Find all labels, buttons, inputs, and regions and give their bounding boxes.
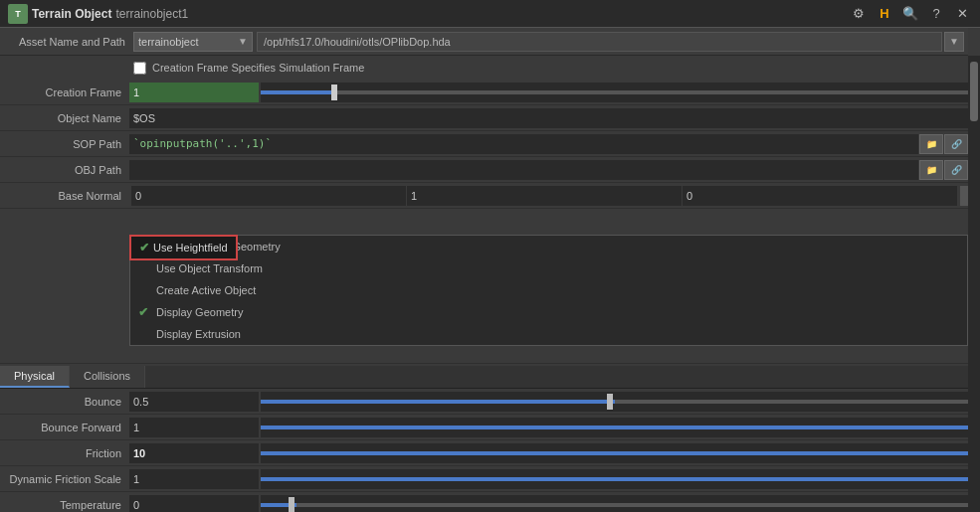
obj-path-label: OBJ Path <box>0 164 129 176</box>
base-normal-label: Base Normal <box>0 190 129 202</box>
friction-label: Friction <box>0 447 129 459</box>
asset-path-display: /opt/hfs17.0/houdini/otls/OPlibDop.hda <box>257 32 942 52</box>
temperature-slider[interactable] <box>261 495 968 513</box>
app-title: Terrain Object <box>32 7 111 21</box>
dynamic-friction-scale-label: Dynamic Friction Scale <box>0 473 129 485</box>
creation-frame-checkbox-label[interactable]: Creation Frame Specifies Simulation Fram… <box>152 62 364 74</box>
tab-physical[interactable]: Physical <box>0 366 70 388</box>
dynamic-friction-scale-slider[interactable] <box>261 469 968 489</box>
use-heightfield-check: ✔ <box>139 241 149 255</box>
tab-collisions[interactable]: Collisions <box>70 366 145 388</box>
title-icon-area: T Terrain Object terrainobject1 <box>8 4 188 24</box>
dropdown-area: ✔ Use Heightfield Use Deforming Geometry… <box>0 235 968 364</box>
base-normal-x[interactable]: 0 <box>131 186 407 206</box>
chevron-down-icon: ▼ <box>238 36 248 47</box>
asset-label: Asset Name and Path <box>4 36 133 48</box>
bounce-forward-input[interactable] <box>129 418 259 437</box>
sop-path-link-btn[interactable]: 🔗 <box>944 134 968 154</box>
base-normal-z[interactable]: 0 <box>683 186 958 206</box>
right-scrollbar[interactable] <box>968 56 980 512</box>
title-icon-buttons: ⚙ H 🔍 ? ✕ <box>849 4 972 24</box>
friction-input[interactable] <box>129 443 259 463</box>
obj-path-row: OBJ Path 📁 🔗 <box>0 157 968 183</box>
asset-dropdown[interactable]: terrainobject ▼ <box>133 32 253 52</box>
dynamic-friction-scale-row: Dynamic Friction Scale <box>0 466 968 492</box>
friction-slider[interactable] <box>261 443 968 463</box>
creation-frame-label: Creation Frame <box>0 86 129 98</box>
bounce-forward-row: Bounce Forward <box>0 415 968 440</box>
display-geometry-label: Display Geometry <box>156 306 243 318</box>
main-wrapper: Asset Name and Path terrainobject ▼ /opt… <box>0 28 980 512</box>
bounce-label: Bounce <box>0 396 129 408</box>
bounce-forward-slider[interactable] <box>261 418 968 437</box>
asset-name-path-row: Asset Name and Path terrainobject ▼ /opt… <box>0 28 968 56</box>
base-normal-triple: 0 1 0 <box>131 186 958 206</box>
asset-dropdown-value: terrainobject <box>138 36 238 48</box>
display-extrusion-label: Display Extrusion <box>156 328 241 340</box>
temperature-label: Temperature <box>0 499 129 511</box>
help-h-icon[interactable]: H <box>875 4 894 24</box>
dropdown-menu-list: Use Deforming Geometry Use Object Transf… <box>129 235 968 346</box>
object-name-row: Object Name <box>0 105 968 131</box>
title-bar: T Terrain Object terrainobject1 ⚙ H 🔍 ? … <box>0 0 980 28</box>
sop-path-folder-btn[interactable]: 📁 <box>919 134 943 154</box>
use-heightfield-label: Use Heightfield <box>153 242 228 254</box>
use-heightfield-item[interactable]: ✔ Use Heightfield <box>129 235 238 260</box>
sop-path-input[interactable] <box>129 134 918 154</box>
bounce-row: Bounce <box>0 389 968 415</box>
use-object-transform-item[interactable]: Use Object Transform <box>130 257 967 279</box>
obj-path-input[interactable] <box>129 160 918 180</box>
temperature-row: Temperature <box>0 492 968 512</box>
asset-expand-icon[interactable]: ▼ <box>944 32 964 52</box>
dynamic-friction-scale-input[interactable] <box>129 469 259 489</box>
terrain-icon: T <box>8 4 28 24</box>
app-subtitle: terrainobject1 <box>115 7 188 21</box>
base-normal-y[interactable]: 1 <box>407 186 683 206</box>
sop-path-label: SOP Path <box>0 138 129 150</box>
create-active-item[interactable]: Create Active Object <box>130 279 967 301</box>
content-area: Asset Name and Path terrainobject ▼ /opt… <box>0 28 968 512</box>
gear-icon[interactable]: ⚙ <box>849 4 869 24</box>
scrollbar-thumb[interactable] <box>970 62 978 121</box>
bounce-slider[interactable] <box>261 392 968 412</box>
create-active-label: Create Active Object <box>156 284 256 296</box>
use-deforming-item[interactable]: Use Deforming Geometry <box>130 236 967 257</box>
question-icon[interactable]: ? <box>926 4 946 24</box>
base-normal-row: Base Normal 0 1 0 <box>0 183 968 209</box>
tabs-bar: Physical Collisions <box>0 366 968 389</box>
bounce-forward-label: Bounce Forward <box>0 422 129 433</box>
creation-frame-slider[interactable] <box>261 83 968 102</box>
obj-path-link-btn[interactable]: 🔗 <box>944 160 968 180</box>
close-icon[interactable]: ✕ <box>952 4 972 24</box>
creation-frame-input[interactable] <box>129 83 259 102</box>
temperature-input[interactable] <box>129 495 259 513</box>
bounce-input[interactable] <box>129 392 259 412</box>
base-normal-expand-handle[interactable] <box>960 186 968 206</box>
creation-frame-checkbox-row: Creation Frame Specifies Simulation Fram… <box>0 56 968 80</box>
obj-path-folder-btn[interactable]: 📁 <box>919 160 943 180</box>
search-icon[interactable]: 🔍 <box>900 4 920 24</box>
display-extrusion-item[interactable]: Display Extrusion <box>130 323 967 345</box>
object-name-input[interactable] <box>129 108 968 128</box>
friction-row: Friction <box>0 440 968 466</box>
creation-frame-checkbox[interactable] <box>133 62 146 75</box>
display-geometry-item[interactable]: ✔ Display Geometry <box>130 301 967 323</box>
object-name-label: Object Name <box>0 112 129 124</box>
creation-frame-row: Creation Frame <box>0 80 968 105</box>
sop-path-row: SOP Path 📁 🔗 <box>0 131 968 157</box>
use-object-transform-label: Use Object Transform <box>156 262 263 274</box>
